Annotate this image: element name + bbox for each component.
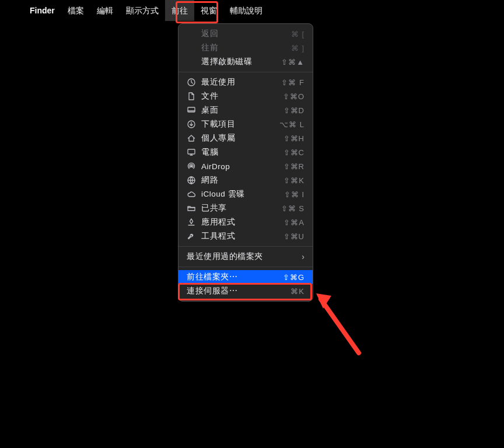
- menuitem-shortcut: ⇧⌘H: [284, 134, 304, 143]
- blank-icon: [187, 57, 196, 66]
- menuitem-label: 網路: [201, 175, 278, 186]
- apps-icon: [187, 218, 196, 227]
- computer-icon: [187, 148, 196, 157]
- menuitem-shortcut: ⇧⌘C: [284, 148, 304, 157]
- download-icon: [187, 120, 196, 129]
- menuitem-shortcut: ⇧⌘D: [284, 106, 304, 115]
- menuitem-label: 工具程式: [201, 231, 278, 242]
- menuitem-icloud[interactable]: iCloud 雲碟 ⇧⌘ I: [178, 187, 313, 201]
- menuitem-shortcut: ⇧⌘O: [283, 92, 304, 101]
- svg-rect-3: [188, 149, 195, 154]
- menuitem-label: 前往檔案夾⋯: [187, 272, 278, 282]
- menuitem-network[interactable]: 網路 ⇧⌘K: [178, 173, 313, 187]
- document-icon: [187, 92, 196, 101]
- menuitem-label: 電腦: [201, 147, 278, 158]
- menuitem-applications[interactable]: 應用程式 ⇧⌘A: [178, 215, 313, 229]
- menuitem-downloads[interactable]: 下載項目 ⌥⌘ L: [178, 117, 313, 131]
- menuitem-label: 應用程式: [201, 217, 278, 228]
- menuitem-utilities[interactable]: 工具程式 ⇧⌘U: [178, 229, 313, 243]
- menuitem-go-to-folder[interactable]: 前往檔案夾⋯ ⇧⌘G: [178, 270, 313, 284]
- folder-icon: [187, 204, 196, 213]
- menuitem-label: 文件: [201, 91, 278, 102]
- menuitem-airdrop[interactable]: AirDrop ⇧⌘R: [178, 159, 313, 173]
- globe-icon: [187, 176, 196, 185]
- menuitem-shortcut: ⇧⌘A: [284, 218, 304, 227]
- svg-marker-7: [316, 293, 331, 309]
- menu-help[interactable]: 輔助說明: [223, 0, 269, 21]
- menuitem-label: 個人專屬: [201, 133, 278, 144]
- menuitem-label: 往前: [201, 43, 286, 53]
- menuitem-label: 最近使用: [201, 77, 276, 88]
- menuitem-forward: 往前 ⌘ ]: [178, 41, 313, 55]
- blank-icon: [187, 43, 196, 52]
- menuitem-shortcut: ⌘ ]: [291, 44, 304, 52]
- menuitem-label: 連接伺服器⋯: [187, 286, 285, 296]
- menu-file[interactable]: 檔案: [61, 0, 90, 21]
- menuitem-shared[interactable]: 已共享 ⇧⌘ S: [178, 201, 313, 215]
- svg-rect-1: [188, 107, 195, 112]
- menu-app-name[interactable]: Finder: [23, 0, 61, 21]
- menuitem-label: AirDrop: [201, 162, 278, 171]
- menuitem-shortcut: ⇧⌘U: [284, 232, 304, 241]
- menu-window[interactable]: 視窗: [194, 0, 223, 21]
- menuitem-label: 最近使用過的檔案夾: [187, 251, 296, 262]
- menuitem-shortcut: ⇧⌘ F: [281, 78, 304, 87]
- menuitem-shortcut: ⌥⌘ L: [279, 120, 304, 129]
- menuitem-back: 返回 ⌘ [: [178, 27, 313, 41]
- go-menu-dropdown: 返回 ⌘ [ 往前 ⌘ ] 選擇啟動磁碟 ⇧⌘▲ 最近使用 ⇧⌘ F 文件 ⇧⌘…: [178, 23, 313, 302]
- menuitem-label: 返回: [201, 29, 286, 39]
- menuitem-shortcut: ⇧⌘K: [284, 176, 304, 185]
- svg-point-4: [191, 166, 192, 167]
- clock-icon: [187, 78, 196, 87]
- menuitem-startup-disk[interactable]: 選擇啟動磁碟 ⇧⌘▲: [178, 55, 313, 69]
- menuitem-shortcut: ⌘ [: [291, 30, 304, 38]
- annotation-arrow: [315, 289, 368, 359]
- menu-edit[interactable]: 編輯: [90, 0, 120, 21]
- menu-separator: [178, 246, 313, 247]
- menuitem-documents[interactable]: 文件 ⇧⌘O: [178, 89, 313, 103]
- menuitem-shortcut: ⇧⌘ S: [281, 204, 304, 213]
- menu-separator: [178, 72, 313, 72]
- menuitem-label: 桌面: [201, 105, 278, 116]
- svg-line-6: [321, 299, 359, 353]
- desktop-icon: [187, 106, 196, 115]
- menuitem-computer[interactable]: 電腦 ⇧⌘C: [178, 145, 313, 159]
- airdrop-icon: [187, 162, 196, 171]
- menuitem-desktop[interactable]: 桌面 ⇧⌘D: [178, 103, 313, 117]
- menubar: Finder 檔案 編輯 顯示方式 前往 視窗 輔助說明: [0, 0, 504, 21]
- cloud-icon: [187, 190, 196, 199]
- menuitem-recent-folders[interactable]: 最近使用過的檔案夾 ›: [178, 250, 313, 264]
- menuitem-connect-to-server[interactable]: 連接伺服器⋯ ⌘K: [178, 284, 313, 298]
- menuitem-recents[interactable]: 最近使用 ⇧⌘ F: [178, 75, 313, 89]
- menuitem-home[interactable]: 個人專屬 ⇧⌘H: [178, 131, 313, 145]
- menuitem-label: 已共享: [201, 203, 276, 214]
- menuitem-shortcut: ⇧⌘ I: [284, 190, 304, 199]
- menu-go[interactable]: 前往: [165, 0, 194, 21]
- menuitem-shortcut: ⌘K: [290, 287, 304, 296]
- blank-icon: [187, 29, 196, 38]
- menu-separator: [178, 267, 313, 267]
- menuitem-shortcut: ⇧⌘▲: [281, 58, 304, 66]
- menuitem-shortcut: ⇧⌘G: [283, 273, 304, 282]
- wrench-icon: [187, 232, 196, 241]
- menuitem-label: iCloud 雲碟: [201, 189, 279, 200]
- menuitem-label: 選擇啟動磁碟: [201, 57, 276, 67]
- menuitem-shortcut: ⇧⌘R: [284, 162, 304, 171]
- chevron-right-icon: ›: [302, 252, 304, 261]
- menuitem-label: 下載項目: [201, 119, 274, 130]
- home-icon: [187, 134, 196, 143]
- menu-view[interactable]: 顯示方式: [120, 0, 165, 21]
